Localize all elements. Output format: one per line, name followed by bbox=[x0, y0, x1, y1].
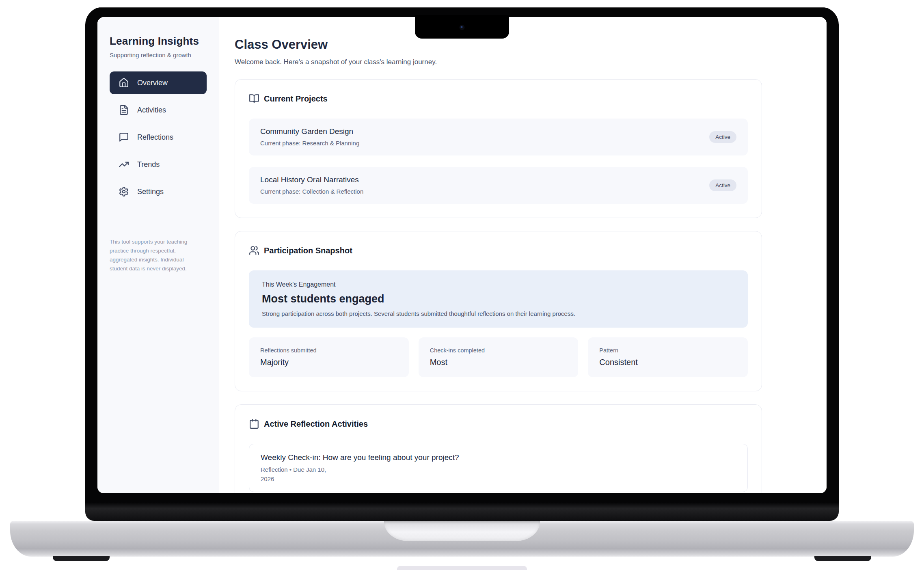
sidebar-item-overview[interactable]: Overview bbox=[110, 71, 207, 94]
calendar-icon bbox=[249, 419, 259, 429]
activity-item: Weekly Check-in: How are you feeling abo… bbox=[249, 444, 748, 492]
sidebar-item-settings[interactable]: Settings bbox=[110, 180, 207, 203]
app-tagline: Supporting reflection & growth bbox=[110, 52, 207, 58]
webcam-icon bbox=[460, 25, 465, 30]
privacy-footnote: This tool supports your teaching practic… bbox=[110, 238, 198, 273]
reflection-activities-card: Active Reflection Activities Weekly Chec… bbox=[235, 404, 762, 493]
users-icon bbox=[249, 245, 259, 256]
gear-icon bbox=[119, 186, 129, 197]
book-open-icon bbox=[249, 93, 259, 104]
project-item: Local History Oral Narratives Current ph… bbox=[249, 167, 748, 204]
sidebar-item-label: Trends bbox=[137, 160, 160, 169]
stat-label: Pattern bbox=[599, 347, 736, 354]
laptop-mockup: Learning Insights Supporting reflection … bbox=[0, 0, 924, 570]
sidebar-nav: Overview Activities Reflections bbox=[110, 71, 207, 203]
sidebar-item-label: Activities bbox=[137, 106, 166, 114]
laptop-lid-notch bbox=[384, 521, 540, 541]
laptop-shadow bbox=[397, 566, 527, 570]
stat-box-checkins: Check-ins completed Most bbox=[419, 337, 579, 377]
trending-up-icon bbox=[119, 159, 129, 170]
main-scroll-area[interactable]: Class Overview Welcome back. Here's a sn… bbox=[219, 17, 827, 493]
status-badge: Active bbox=[709, 179, 736, 191]
laptop-screen-frame: Learning Insights Supporting reflection … bbox=[85, 7, 839, 521]
stat-label: Reflections submitted bbox=[260, 347, 397, 354]
sidebar-item-trends[interactable]: Trends bbox=[110, 153, 207, 176]
activity-title: Weekly Check-in: How are you feeling abo… bbox=[261, 453, 736, 462]
project-name: Community Garden Design bbox=[260, 127, 359, 136]
project-phase: Current phase: Collection & Reflection bbox=[260, 188, 363, 195]
status-badge: Active bbox=[709, 131, 736, 143]
sidebar-divider bbox=[110, 219, 207, 219]
page-title: Class Overview bbox=[235, 37, 827, 52]
laptop-foot-right bbox=[814, 556, 871, 561]
stat-value: Consistent bbox=[599, 358, 736, 367]
current-projects-card: Current Projects Community Garden Design… bbox=[235, 79, 762, 218]
sidebar: Learning Insights Supporting reflection … bbox=[97, 17, 219, 493]
project-phase: Current phase: Research & Planning bbox=[260, 140, 359, 147]
sidebar-item-activities[interactable]: Activities bbox=[110, 99, 207, 121]
stat-value: Majority bbox=[260, 358, 397, 367]
engagement-description: Strong participation across both project… bbox=[262, 310, 735, 317]
section-title: Current Projects bbox=[264, 94, 328, 104]
stat-value: Most bbox=[430, 358, 567, 367]
engagement-highlight-panel: This Week's Engagement Most students eng… bbox=[249, 270, 748, 328]
app-title: Learning Insights bbox=[110, 35, 207, 48]
section-title: Active Reflection Activities bbox=[264, 419, 368, 429]
sidebar-item-label: Overview bbox=[137, 79, 168, 87]
home-icon bbox=[119, 78, 129, 88]
sidebar-item-reflections[interactable]: Reflections bbox=[110, 126, 207, 149]
engagement-label: This Week's Engagement bbox=[262, 281, 735, 288]
sidebar-item-label: Reflections bbox=[137, 133, 173, 142]
laptop-notch bbox=[415, 15, 509, 39]
sidebar-item-label: Settings bbox=[137, 188, 164, 196]
section-title: Participation Snapshot bbox=[264, 246, 352, 255]
activity-meta: Reflection • Due Jan 10, 2026 bbox=[261, 466, 736, 483]
project-item: Community Garden Design Current phase: R… bbox=[249, 119, 748, 155]
chat-bubble-icon bbox=[119, 132, 129, 142]
stats-row: Reflections submitted Majority Check-ins… bbox=[249, 337, 748, 377]
engagement-value: Most students engaged bbox=[262, 293, 735, 305]
card-header: Active Reflection Activities bbox=[249, 419, 748, 429]
card-header: Participation Snapshot bbox=[249, 245, 748, 256]
app-window: Learning Insights Supporting reflection … bbox=[97, 17, 827, 493]
laptop-foot-left bbox=[53, 556, 110, 561]
stat-box-reflections: Reflections submitted Majority bbox=[249, 337, 409, 377]
participation-snapshot-card: Participation Snapshot This Week's Engag… bbox=[235, 231, 762, 391]
page-subtitle: Welcome back. Here's a snapshot of your … bbox=[235, 58, 827, 66]
stat-box-pattern: Pattern Consistent bbox=[588, 337, 748, 377]
project-name: Local History Oral Narratives bbox=[260, 175, 363, 184]
stat-label: Check-ins completed bbox=[430, 347, 567, 354]
file-text-icon bbox=[119, 105, 129, 115]
activity-meta-line: 2026 bbox=[261, 475, 736, 483]
card-header: Current Projects bbox=[249, 93, 748, 104]
activity-meta-line: Reflection • Due Jan 10, bbox=[261, 466, 736, 474]
